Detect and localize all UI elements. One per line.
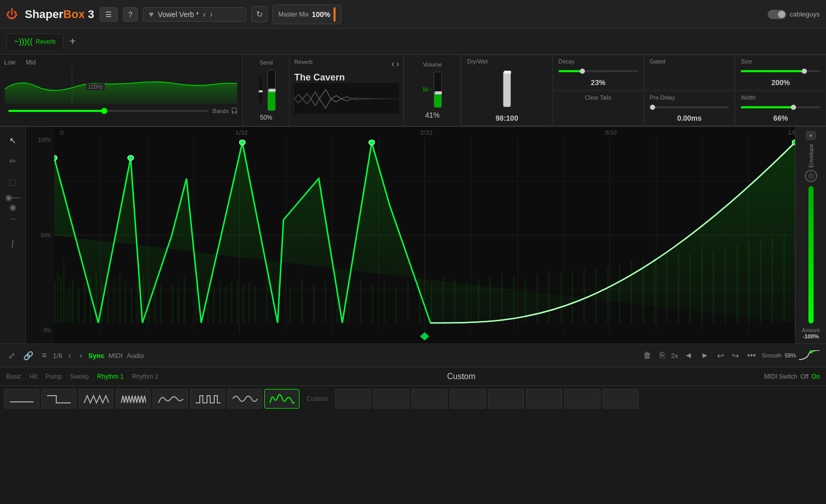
preset-button-1[interactable]: [4, 389, 39, 409]
reverb-preset-next[interactable]: ›: [396, 59, 399, 69]
pattern-rhythm2[interactable]: Rhythm 2: [132, 373, 158, 380]
preset-button-6[interactable]: [190, 389, 225, 409]
svg-rect-54: [236, 279, 238, 323]
node-tool[interactable]: ◉—◉: [5, 194, 21, 210]
midi-switch-off[interactable]: Off: [800, 373, 808, 380]
midi-switch-on[interactable]: On: [812, 373, 820, 380]
pattern-hit[interactable]: Hit: [29, 373, 37, 380]
svg-rect-50: [213, 284, 215, 323]
toggle-switch[interactable]: [768, 10, 786, 19]
eq-freq-label: 120Hz: [86, 84, 105, 90]
svg-rect-23: [54, 282, 56, 323]
svg-text:0: 0: [60, 129, 63, 136]
right-params: Decay 23% Gated Size 200% Dry/Wet: [462, 55, 826, 126]
sync-label[interactable]: Sync: [88, 352, 104, 360]
dry-wet-slider[interactable]: [503, 71, 511, 107]
envelope-power-button[interactable]: ⏻: [805, 170, 817, 182]
eq-mid-label: Mid: [26, 59, 36, 66]
envelope-amount-slider[interactable]: [808, 186, 814, 323]
lines-button[interactable]: ≡: [40, 349, 49, 362]
svg-rect-26: [63, 261, 65, 323]
custom-button-7[interactable]: [564, 389, 600, 409]
play-forward-button[interactable]: ►: [698, 349, 711, 362]
division-next-button[interactable]: ›: [77, 349, 84, 362]
play-back-button[interactable]: ◄: [682, 349, 695, 362]
left-toolbar: ↖ ✏ ⬚ ◉—◉ ⌒ ∫: [0, 127, 26, 344]
svg-rect-56: [248, 282, 250, 323]
pattern-rhythm1[interactable]: Rhythm 1: [97, 373, 123, 380]
app-title: ShaperBox 3: [25, 8, 94, 21]
division-prev-button[interactable]: ‹: [66, 349, 73, 362]
custom-button-8[interactable]: [602, 389, 639, 409]
custom-button-4[interactable]: [450, 389, 486, 409]
smooth-curve-icon: [799, 350, 820, 361]
refresh-button[interactable]: ↻: [251, 6, 267, 22]
reverb-tab[interactable]: ~)))(( Reverb: [6, 34, 63, 50]
copy-button[interactable]: ⎘: [658, 349, 667, 362]
favorite-icon[interactable]: ♥: [149, 10, 154, 19]
svg-rect-45: [172, 284, 173, 323]
eq-canvas[interactable]: 120Hz: [4, 68, 238, 104]
custom-button-5[interactable]: [488, 389, 524, 409]
reverb-preset-name: The Cavern: [294, 72, 399, 83]
volume-label: Volume: [423, 61, 442, 68]
svg-rect-29: [72, 279, 73, 323]
width-slider[interactable]: [741, 106, 820, 108]
add-plugin-button[interactable]: +: [66, 34, 80, 50]
preset-button-5[interactable]: [153, 389, 188, 409]
curve-tool[interactable]: ⌒: [5, 215, 21, 231]
preset-button-8[interactable]: [264, 389, 299, 409]
menu-button[interactable]: ☰: [100, 7, 118, 22]
editor-area: ↖ ✏ ⬚ ◉—◉ ⌒ ∫ 100% 50% 0%: [0, 127, 826, 344]
bottom-toolbar: ⤢ 🔗 ≡ 1/8 ‹ › Sync MIDI Audio 🗑 ⎘ 2x ◄ ►…: [0, 344, 826, 367]
preset-button-7[interactable]: [227, 389, 262, 409]
select-tool[interactable]: ↖: [5, 132, 21, 149]
custom-button-3[interactable]: [411, 389, 448, 409]
pattern-sweep[interactable]: Sweep: [70, 373, 89, 380]
preset-button-3[interactable]: [78, 389, 114, 409]
audio-label[interactable]: Audio: [127, 352, 144, 360]
select-box-tool[interactable]: ⬚: [5, 173, 21, 190]
svg-point-105: [240, 140, 245, 145]
size-cell: Size 200%: [735, 55, 826, 90]
collapse-button[interactable]: «: [806, 131, 816, 140]
reverb-preset-prev[interactable]: ‹: [391, 59, 394, 69]
redo-button[interactable]: ↪: [730, 349, 741, 363]
width-value: 66%: [741, 114, 820, 122]
custom-button-2[interactable]: [373, 389, 409, 409]
svg-rect-40: [136, 282, 138, 323]
midi-label[interactable]: MIDI: [108, 352, 122, 360]
help-button[interactable]: ?: [123, 7, 138, 22]
width-cell: Width 66%: [735, 91, 826, 126]
undo-button[interactable]: ↩: [715, 349, 726, 363]
svg-rect-39: [131, 287, 132, 323]
volume-slider[interactable]: [434, 72, 442, 108]
send-level-icon: [257, 77, 264, 103]
custom-button-1[interactable]: [335, 389, 371, 409]
svg-point-106: [369, 140, 374, 145]
decay-slider[interactable]: [559, 70, 638, 72]
more-button[interactable]: •••: [745, 349, 758, 362]
eq-slider[interactable]: [8, 110, 209, 112]
custom-button-6[interactable]: [526, 389, 562, 409]
envelope-editor-svg[interactable]: 0 1/32 2/32 3/32 1/8: [54, 127, 795, 344]
sine-tool[interactable]: ∫: [5, 235, 21, 252]
pattern-basic[interactable]: Basic: [6, 373, 21, 380]
preset-button-2[interactable]: [41, 389, 76, 409]
pre-delay-slider[interactable]: [650, 106, 729, 108]
preset-prev-button[interactable]: ‹: [203, 10, 205, 19]
link-button[interactable]: 🔗: [21, 349, 36, 363]
reverb-section-label: Reverb: [294, 59, 312, 65]
pencil-tool[interactable]: ✏: [5, 153, 21, 169]
preset-button-4[interactable]: [116, 389, 151, 409]
svg-rect-51: [219, 282, 220, 323]
send-slider[interactable]: [267, 70, 276, 111]
editor-canvas[interactable]: 100% 50% 0%: [26, 127, 795, 344]
svg-rect-24: [57, 271, 59, 323]
preset-next-button[interactable]: ›: [210, 10, 213, 19]
delete-button[interactable]: 🗑: [641, 349, 654, 362]
expand-button[interactable]: ⤢: [6, 349, 17, 363]
size-slider[interactable]: [741, 70, 820, 72]
pattern-pump[interactable]: Pump: [45, 373, 61, 380]
clear-tails-button[interactable]: Clear Tails: [559, 94, 638, 101]
